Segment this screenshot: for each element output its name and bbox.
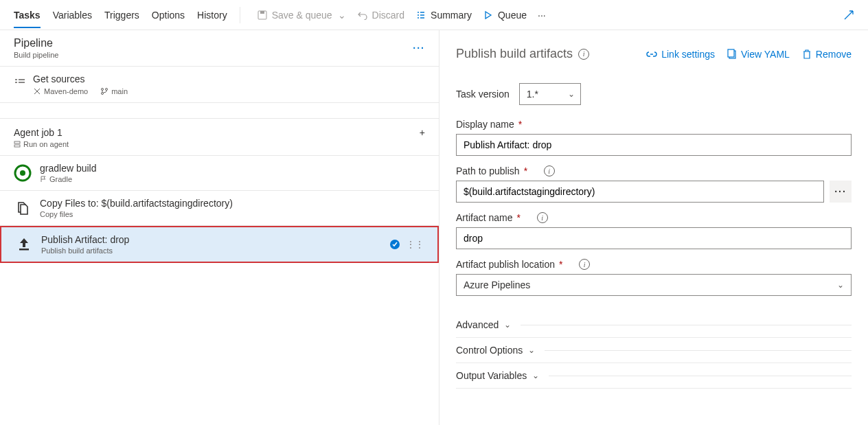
display-name-input[interactable]: [456, 134, 852, 156]
task-version-row: Task version 1.* ⌄: [456, 83, 852, 105]
fullscreen-button[interactable]: [843, 10, 854, 21]
save-queue-label: Save & queue: [272, 10, 332, 21]
task-title: Publish Artifact: drop: [41, 234, 129, 245]
svg-rect-22: [728, 49, 734, 57]
agent-subtitle: Run on agent: [14, 140, 69, 148]
pipeline-more-button[interactable]: ···: [413, 43, 425, 54]
required-marker: *: [559, 259, 562, 270]
play-icon: [483, 10, 494, 21]
info-icon[interactable]: i: [578, 49, 589, 60]
sources-icon: [14, 75, 26, 87]
view-yaml-button[interactable]: View YAML: [727, 49, 790, 60]
task-version-label: Task version: [456, 89, 510, 100]
chevron-down-icon: ⌄: [568, 89, 575, 99]
location-select[interactable]: Azure Pipelines ⌄: [456, 274, 852, 296]
task-sub: Copy files: [40, 210, 233, 218]
browse-button[interactable]: ···: [830, 181, 852, 203]
info-icon[interactable]: i: [544, 165, 555, 176]
display-name-label: Display name: [456, 119, 514, 130]
main-area: Pipeline Build pipeline ··· Get sources …: [0, 30, 868, 425]
chevron-down-icon: ⌄: [837, 280, 844, 290]
upload-icon: [15, 236, 33, 253]
pipeline-subtitle: Build pipeline: [14, 51, 58, 59]
repo-info: Maven-demo: [33, 87, 88, 95]
flag-icon: [40, 176, 47, 183]
top-toolbar: Tasks Variables Triggers Options History…: [0, 0, 868, 30]
artifact-name-group: Artifact name* i: [456, 212, 852, 249]
location-label: Artifact publish location: [456, 259, 555, 270]
required-marker: *: [518, 119, 522, 130]
drag-handle[interactable]: ⋮⋮: [406, 239, 424, 250]
link-icon: [646, 49, 657, 59]
discard-label: Discard: [372, 10, 404, 21]
tab-variables[interactable]: Variables: [53, 2, 92, 28]
advanced-section[interactable]: Advanced ⌄: [456, 312, 852, 338]
get-sources-row[interactable]: Get sources Maven-demo main: [0, 67, 439, 103]
task-title: gradlew build: [40, 163, 97, 174]
required-marker: *: [524, 165, 527, 176]
tab-strip: Tasks Variables Triggers Options History: [14, 2, 227, 28]
undo-icon: [357, 10, 368, 21]
tab-tasks[interactable]: Tasks: [14, 2, 41, 28]
task-sub: Gradle: [40, 175, 97, 183]
task-version-select[interactable]: 1.* ⌄: [519, 83, 581, 105]
summary-label: Summary: [431, 10, 472, 21]
tab-history[interactable]: History: [197, 2, 227, 28]
location-group: Artifact publish location* i Azure Pipel…: [456, 259, 852, 296]
svg-point-12: [102, 89, 104, 91]
svg-rect-1: [260, 11, 264, 14]
tab-triggers[interactable]: Triggers: [104, 2, 139, 28]
agent-job-row[interactable]: Agent job 1 Run on agent +: [0, 118, 439, 156]
chevron-down-icon: ⌄: [528, 345, 535, 355]
save-queue-button[interactable]: Save & queue: [253, 7, 350, 23]
tasks-column: Pipeline Build pipeline ··· Get sources …: [0, 30, 439, 425]
tab-options[interactable]: Options: [152, 2, 185, 28]
panel-title: Publish build artifacts: [456, 47, 573, 61]
agent-title: Agent job 1: [14, 127, 69, 138]
control-options-section[interactable]: Control Options ⌄: [456, 338, 852, 363]
svg-point-13: [102, 93, 104, 95]
copy-icon: [14, 199, 32, 217]
summary-icon: [415, 10, 426, 21]
details-panel: Publish build artifacts i Link settings …: [439, 30, 868, 425]
output-variables-section[interactable]: Output Variables ⌄: [456, 363, 852, 389]
remove-button[interactable]: Remove: [802, 49, 852, 60]
sources-title: Get sources: [33, 73, 425, 84]
branch-icon: [100, 87, 108, 95]
queue-label: Queue: [498, 10, 527, 21]
discard-button[interactable]: Discard: [353, 7, 409, 23]
chevron-down-icon: ⌄: [532, 371, 539, 380]
branch-info: main: [100, 87, 128, 95]
artifact-name-label: Artifact name: [456, 212, 512, 223]
display-name-group: Display name*: [456, 119, 852, 156]
gradle-icon: [14, 164, 32, 182]
svg-rect-19: [19, 249, 29, 251]
add-task-button[interactable]: +: [420, 127, 425, 138]
info-icon[interactable]: i: [537, 212, 548, 223]
trash-icon: [802, 49, 812, 60]
yaml-icon: [727, 49, 737, 60]
task-publish-artifact[interactable]: Publish Artifact: drop Publish build art…: [0, 226, 439, 263]
queue-button[interactable]: Queue: [479, 7, 531, 23]
path-label: Path to publish: [456, 165, 520, 176]
artifact-name-input[interactable]: [456, 227, 852, 249]
server-icon: [14, 141, 21, 148]
task-copy-files[interactable]: Copy Files to: $(build.artifactstagingdi…: [0, 191, 439, 226]
svg-rect-16: [14, 145, 20, 147]
more-button[interactable]: ···: [534, 7, 550, 23]
svg-point-18: [20, 170, 25, 176]
path-input[interactable]: [456, 181, 824, 203]
link-settings-button[interactable]: Link settings: [646, 49, 715, 60]
check-circle-icon: [389, 239, 400, 250]
chevron-down-icon: ⌄: [504, 320, 511, 330]
pipeline-title: Pipeline: [14, 37, 58, 49]
info-icon[interactable]: i: [579, 259, 590, 270]
path-group: Path to publish* i ···: [456, 165, 852, 203]
task-gradle[interactable]: gradlew build Gradle: [0, 156, 439, 191]
summary-button[interactable]: Summary: [411, 7, 476, 23]
task-title: Copy Files to: $(build.artifactstagingdi…: [40, 198, 233, 209]
svg-point-14: [106, 89, 108, 91]
panel-header: Publish build artifacts i Link settings …: [439, 30, 868, 68]
repo-icon: [33, 87, 41, 95]
pipeline-header[interactable]: Pipeline Build pipeline ···: [0, 30, 439, 67]
